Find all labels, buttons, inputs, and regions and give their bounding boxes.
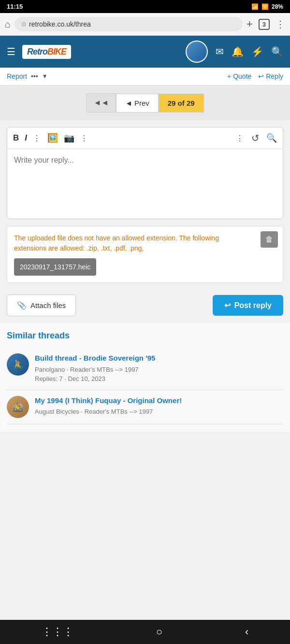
post-reply-label: Post reply xyxy=(234,301,272,310)
upload-filename: 20230917_131757.heic xyxy=(14,258,96,276)
mail-icon[interactable]: ✉ xyxy=(216,46,224,57)
toolbar-right: ⋮ ↺ 🔍 xyxy=(236,132,277,144)
thread-meta-1: Panolgano · Reader's MTBs --> 1997 xyxy=(35,365,283,375)
add-tab-icon[interactable]: + xyxy=(246,18,253,30)
editor-search-button[interactable]: 🔍 xyxy=(266,133,277,143)
thread-avatar-1: 🚴 xyxy=(7,353,29,376)
prev-page-button[interactable]: ◄ Prev xyxy=(116,94,159,112)
toolbar-more-3[interactable]: ⋮ xyxy=(236,134,245,143)
user-avatar[interactable] xyxy=(186,41,208,63)
reply-button[interactable]: ↩ Reply xyxy=(258,72,283,80)
tab-count[interactable]: 3 xyxy=(259,19,270,30)
action-right: + Quote ↩ Reply xyxy=(227,72,283,80)
upload-error-message: The uploaded file does not have an allow… xyxy=(14,233,276,253)
page-current: 29 of 29 xyxy=(159,94,204,112)
editor-toolbar: B I ⋮ 🖼️ 📷 ⋮ ⋮ ↺ 🔍 xyxy=(7,127,283,149)
signal-icon: 📶 xyxy=(251,3,259,10)
site-logo[interactable]: RetroBIKE xyxy=(22,45,71,59)
delete-upload-button[interactable]: 🗑 xyxy=(261,231,278,248)
back-nav-icon[interactable]: ⋮⋮⋮ xyxy=(42,626,73,638)
action-row: 📎 Attach files ↩ Post reply xyxy=(0,290,290,323)
url-text: retrobike.co.uk/threa xyxy=(29,20,91,28)
browser-actions: + 3 ⋮ xyxy=(246,18,285,30)
bottom-nav: ⋮⋮⋮ ○ ‹ xyxy=(0,620,290,644)
thread-content-2: My 1994 (I Think) Fuquay - Original Owne… xyxy=(35,396,283,417)
reply-arrow-icon: ↩ xyxy=(224,301,231,310)
battery-text: 28% xyxy=(272,3,283,10)
thread-link-2[interactable]: My 1994 (I Think) Fuquay - Original Owne… xyxy=(35,396,283,406)
list-item: 🚴 Build thread - Brodie Sovereign '95 Pa… xyxy=(7,348,283,390)
editor-box: B I ⋮ 🖼️ 📷 ⋮ ⋮ ↺ 🔍 xyxy=(7,127,283,219)
attach-label: Attach files xyxy=(30,301,66,309)
thread-link-1[interactable]: Build thread - Brodie Sovereign '95 xyxy=(35,353,283,363)
browser-bar: ⌂ ⊙ retrobike.co.uk/threa + 3 ⋮ xyxy=(0,13,290,36)
undo-button[interactable]: ↺ xyxy=(251,132,260,144)
lock-icon: ⊙ xyxy=(21,21,26,28)
forward-nav-icon[interactable]: ‹ xyxy=(245,626,248,638)
lightning-icon[interactable]: ⚡ xyxy=(251,46,263,57)
thread-category-1: Reader's MTBs --> 1997 xyxy=(70,366,139,373)
thread-meta-2: August Bicycles · Reader's MTBs --> 1997 xyxy=(35,407,283,417)
report-button[interactable]: Report xyxy=(7,72,27,80)
editor-container: B I ⋮ 🖼️ 📷 ⋮ ⋮ ↺ 🔍 xyxy=(0,120,290,226)
action-left: Report ••• ▼ xyxy=(7,72,48,80)
hamburger-menu-icon[interactable]: ☰ xyxy=(7,46,15,57)
paperclip-icon: 📎 xyxy=(17,301,27,310)
home-nav-icon[interactable]: ○ xyxy=(156,626,162,638)
camera-button[interactable]: 📷 xyxy=(64,133,74,143)
thread-category-2: Reader's MTBs --> 1997 xyxy=(85,408,153,415)
image-button[interactable]: 🖼️ xyxy=(47,133,58,143)
bold-button[interactable]: B xyxy=(13,133,19,143)
thread-content-1: Build thread - Brodie Sovereign '95 Pano… xyxy=(35,353,283,384)
thread-replies-1: Replies: 7 · Dec 10, 2023 xyxy=(35,374,283,384)
site-header: ☰ RetroBIKE ✉ 🔔 ⚡ 🔍 xyxy=(0,36,290,68)
pagination-bar: ◄◄ ◄ Prev 29 of 29 xyxy=(0,85,290,120)
wifi-icon: 🛜 xyxy=(261,3,269,10)
header-icons: ✉ 🔔 ⚡ 🔍 xyxy=(186,41,283,63)
reply-textarea[interactable] xyxy=(7,149,283,217)
list-item: 🚵 My 1994 (I Think) Fuquay - Original Ow… xyxy=(7,390,283,424)
first-page-button[interactable]: ◄◄ xyxy=(86,93,116,112)
status-time: 11:15 xyxy=(7,3,23,10)
attach-files-button[interactable]: 📎 Attach files xyxy=(7,294,76,316)
thread-author-1: Panolgano xyxy=(35,366,65,373)
prev-icon: ◄ xyxy=(125,99,132,107)
more-button[interactable]: ••• xyxy=(31,72,38,80)
prev-label: Prev xyxy=(134,99,149,107)
thread-author-2: August Bicycles xyxy=(35,408,79,415)
thread-avatar-2: 🚵 xyxy=(7,396,29,418)
similar-threads-title: Similar threads xyxy=(7,331,283,341)
logo-bike-text: BIKE xyxy=(47,47,66,56)
url-bar[interactable]: ⊙ retrobike.co.uk/threa xyxy=(14,17,243,31)
upload-section: 🗑 The uploaded file does not have an all… xyxy=(0,226,290,290)
trash-icon: 🗑 xyxy=(265,235,273,243)
search-icon[interactable]: 🔍 xyxy=(271,46,283,57)
action-bar: Report ••• ▼ + Quote ↩ Reply xyxy=(0,68,290,85)
dropdown-icon[interactable]: ▼ xyxy=(42,73,48,80)
toolbar-more-1[interactable]: ⋮ xyxy=(33,134,42,143)
quote-button[interactable]: + Quote xyxy=(227,72,251,80)
status-bar: 11:15 📶 🛜 28% xyxy=(0,0,290,13)
status-icons: 📶 🛜 28% xyxy=(251,3,283,10)
browser-menu-icon[interactable]: ⋮ xyxy=(276,18,285,30)
upload-card: 🗑 The uploaded file does not have an all… xyxy=(7,226,283,283)
home-icon[interactable]: ⌂ xyxy=(5,19,11,30)
similar-threads: Similar threads 🚴 Build thread - Brodie … xyxy=(0,323,290,432)
bell-icon[interactable]: 🔔 xyxy=(232,46,244,57)
post-reply-button[interactable]: ↩ Post reply xyxy=(213,295,283,316)
italic-button[interactable]: I xyxy=(25,133,27,143)
logo-retro-text: Retro xyxy=(27,47,47,56)
toolbar-more-2[interactable]: ⋮ xyxy=(80,134,89,143)
